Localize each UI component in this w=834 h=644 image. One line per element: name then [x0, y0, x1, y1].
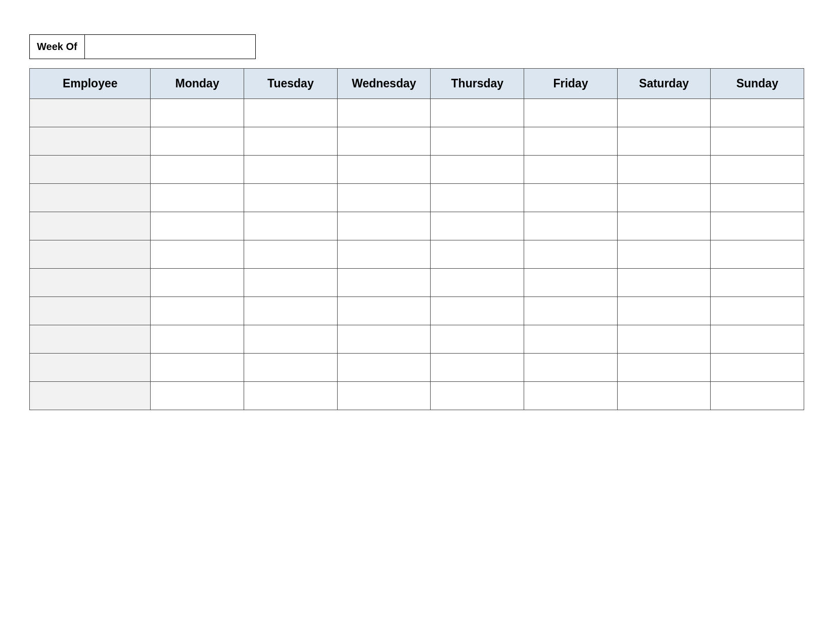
schedule-cell[interactable] — [431, 297, 524, 325]
schedule-cell[interactable] — [524, 269, 618, 297]
schedule-cell[interactable] — [244, 184, 338, 212]
schedule-cell[interactable] — [431, 156, 524, 184]
schedule-cell[interactable] — [711, 382, 804, 410]
day-header-saturday: Saturday — [617, 69, 711, 99]
schedule-cell[interactable] — [617, 156, 711, 184]
table-row — [30, 156, 804, 184]
day-header-friday: Friday — [524, 69, 618, 99]
schedule-cell[interactable] — [431, 382, 524, 410]
schedule-cell[interactable] — [617, 212, 711, 240]
schedule-cell[interactable] — [337, 212, 431, 240]
schedule-cell[interactable] — [711, 184, 804, 212]
schedule-cell[interactable] — [617, 325, 711, 354]
schedule-cell[interactable] — [244, 156, 338, 184]
employee-cell[interactable] — [30, 99, 151, 127]
schedule-cell[interactable] — [337, 354, 431, 382]
employee-cell[interactable] — [30, 354, 151, 382]
schedule-cell[interactable] — [524, 184, 618, 212]
schedule-cell[interactable] — [711, 325, 804, 354]
schedule-cell[interactable] — [431, 212, 524, 240]
schedule-cell[interactable] — [711, 240, 804, 269]
schedule-cell[interactable] — [431, 240, 524, 269]
schedule-cell[interactable] — [524, 127, 618, 156]
table-row — [30, 269, 804, 297]
employee-cell[interactable] — [30, 240, 151, 269]
week-of-container: Week Of — [29, 34, 805, 59]
schedule-cell[interactable] — [524, 212, 618, 240]
schedule-cell[interactable] — [151, 297, 244, 325]
schedule-cell[interactable] — [337, 269, 431, 297]
day-header-wednesday: Wednesday — [337, 69, 431, 99]
schedule-cell[interactable] — [244, 240, 338, 269]
schedule-cell[interactable] — [711, 269, 804, 297]
schedule-cell[interactable] — [617, 269, 711, 297]
day-header-tuesday: Tuesday — [244, 69, 338, 99]
week-of-input[interactable] — [85, 34, 256, 59]
schedule-cell[interactable] — [244, 325, 338, 354]
schedule-cell[interactable] — [244, 127, 338, 156]
employee-cell[interactable] — [30, 156, 151, 184]
schedule-cell[interactable] — [337, 325, 431, 354]
schedule-cell[interactable] — [617, 127, 711, 156]
schedule-cell[interactable] — [151, 269, 244, 297]
schedule-cell[interactable] — [711, 297, 804, 325]
schedule-cell[interactable] — [244, 212, 338, 240]
schedule-cell[interactable] — [617, 297, 711, 325]
schedule-cell[interactable] — [524, 354, 618, 382]
employee-cell[interactable] — [30, 382, 151, 410]
schedule-cell[interactable] — [337, 382, 431, 410]
schedule-cell[interactable] — [431, 184, 524, 212]
schedule-cell[interactable] — [524, 99, 618, 127]
schedule-cell[interactable] — [431, 127, 524, 156]
schedule-cell[interactable] — [617, 99, 711, 127]
schedule-cell[interactable] — [151, 354, 244, 382]
schedule-cell[interactable] — [151, 212, 244, 240]
schedule-cell[interactable] — [617, 382, 711, 410]
employee-cell[interactable] — [30, 269, 151, 297]
schedule-cell[interactable] — [524, 325, 618, 354]
schedule-cell[interactable] — [711, 156, 804, 184]
schedule-cell[interactable] — [337, 184, 431, 212]
schedule-cell[interactable] — [244, 99, 338, 127]
schedule-cell[interactable] — [431, 99, 524, 127]
schedule-cell[interactable] — [431, 269, 524, 297]
schedule-cell[interactable] — [431, 325, 524, 354]
schedule-cell[interactable] — [244, 269, 338, 297]
schedule-cell[interactable] — [151, 184, 244, 212]
schedule-cell[interactable] — [337, 127, 431, 156]
schedule-cell[interactable] — [711, 99, 804, 127]
schedule-cell[interactable] — [711, 354, 804, 382]
schedule-cell[interactable] — [337, 240, 431, 269]
employee-cell[interactable] — [30, 212, 151, 240]
employee-cell[interactable] — [30, 184, 151, 212]
employee-cell[interactable] — [30, 325, 151, 354]
schedule-cell[interactable] — [524, 297, 618, 325]
employee-cell[interactable] — [30, 297, 151, 325]
schedule-cell[interactable] — [337, 297, 431, 325]
schedule-cell[interactable] — [431, 354, 524, 382]
schedule-cell[interactable] — [151, 325, 244, 354]
schedule-cell[interactable] — [617, 184, 711, 212]
schedule-cell[interactable] — [151, 240, 244, 269]
schedule-cell[interactable] — [711, 212, 804, 240]
table-row — [30, 297, 804, 325]
week-of-label: Week Of — [29, 34, 85, 59]
schedule-cell[interactable] — [151, 156, 244, 184]
day-header-sunday: Sunday — [711, 69, 804, 99]
schedule-cell[interactable] — [244, 297, 338, 325]
schedule-cell[interactable] — [151, 382, 244, 410]
schedule-cell[interactable] — [337, 156, 431, 184]
schedule-cell[interactable] — [524, 156, 618, 184]
schedule-cell[interactable] — [151, 99, 244, 127]
schedule-cell[interactable] — [524, 382, 618, 410]
schedule-cell[interactable] — [617, 354, 711, 382]
schedule-cell[interactable] — [151, 127, 244, 156]
schedule-cell[interactable] — [244, 382, 338, 410]
schedule-cell[interactable] — [244, 354, 338, 382]
employee-cell[interactable] — [30, 127, 151, 156]
schedule-cell[interactable] — [337, 99, 431, 127]
schedule-cell[interactable] — [617, 240, 711, 269]
schedule-cell[interactable] — [524, 240, 618, 269]
schedule-cell[interactable] — [711, 127, 804, 156]
table-row — [30, 184, 804, 212]
